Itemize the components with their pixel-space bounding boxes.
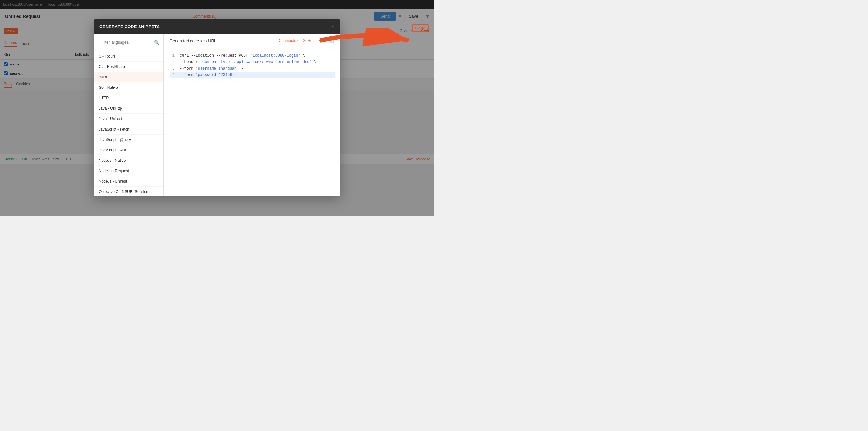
language-filter-input[interactable] xyxy=(97,37,152,48)
code-line-1: 1 curl --location --request POST 'localh… xyxy=(169,53,335,59)
language-list: C - libcurl C# - RestSharp cURL Go - Nat… xyxy=(94,51,163,196)
modal-close-button[interactable]: × xyxy=(331,24,335,29)
line-content-3: --form 'username=zhangsan' \ xyxy=(180,65,335,72)
modal-title: GENERATE CODE SNIPPETS xyxy=(99,24,160,29)
language-search-container: 🔍 xyxy=(94,34,163,51)
lang-item-js-jquery[interactable]: JavaScript - jQuery xyxy=(94,135,163,145)
code-form-password: 'password=123456' xyxy=(195,73,234,77)
code-panel-header: Generated code for cURL Contribute on Gi… xyxy=(164,34,340,48)
lang-item-nodejs-unirest[interactable]: NodeJs - Unirest xyxy=(94,176,163,187)
settings-icon-button[interactable]: ⚙ xyxy=(318,38,324,44)
code-line-4: 4 --form 'password=123456' xyxy=(169,72,335,78)
code-form-flag-1: --form xyxy=(180,66,195,71)
code-panel-actions: Contribute on GitHub ⚙ ⬜ xyxy=(279,38,335,44)
generate-snippets-modal: GENERATE CODE SNIPPETS × 🔍 C - libcurl C… xyxy=(94,19,340,196)
lang-item-js-xhr[interactable]: JavaScript - XHR xyxy=(94,145,163,156)
code-form-flag-2: --form xyxy=(180,73,195,77)
code-url: 'localhost:8080/login' xyxy=(250,54,300,58)
lang-item-java-unirest[interactable]: Java - Unirest xyxy=(94,114,163,124)
line-content-2: --header 'Content-Type: application/x-ww… xyxy=(180,59,335,65)
line-content-1: curl --location --request POST 'localhos… xyxy=(180,53,335,59)
lang-item-csharp[interactable]: C# - RestSharp xyxy=(94,62,163,72)
line-number-1: 1 xyxy=(169,53,175,59)
lang-item-java-okhttp[interactable]: Java - OkHttp xyxy=(94,103,163,114)
lang-item-nodejs-native[interactable]: NodeJs - Native xyxy=(94,156,163,166)
line-number-4: 4 xyxy=(169,72,175,78)
contribute-link[interactable]: Contribute on GitHub xyxy=(279,38,314,43)
modal-overlay: Code GENERATE CODE SNIPPETS × 🔍 C - libc… xyxy=(0,0,434,216)
modal-header: GENERATE CODE SNIPPETS × xyxy=(94,19,340,34)
lang-item-objc[interactable]: Objective-C - NSURLSession xyxy=(94,187,163,196)
code-line-3: 3 --form 'username=zhangsan' \ xyxy=(169,65,335,72)
code-backslash-1: \ xyxy=(301,54,305,58)
line-content-4: --form 'password=123456' xyxy=(180,72,335,78)
code-button-highlight: Code xyxy=(412,24,429,32)
copy-icon-button[interactable]: ⬜ xyxy=(328,38,335,44)
code-panel-title: Generated code for cURL xyxy=(169,38,216,43)
code-content-area: 1 curl --location --request POST 'localh… xyxy=(164,48,340,196)
lang-item-nodejs-request[interactable]: NodeJs - Request xyxy=(94,166,163,176)
lang-item-http[interactable]: HTTP xyxy=(94,93,163,103)
copy-icon: ⬜ xyxy=(329,38,334,43)
lang-item-js-fetch[interactable]: JavaScript - Fetch xyxy=(94,124,163,135)
lang-item-curl[interactable]: cURL xyxy=(94,72,163,82)
lang-item-go-native[interactable]: Go - Native xyxy=(94,82,163,93)
code-header-value: 'Content-Type: application/x-www-form-ur… xyxy=(200,60,312,64)
code-backslash-3: \ xyxy=(239,66,243,71)
code-header-flag: --header xyxy=(180,60,200,64)
language-sidebar: 🔍 C - libcurl C# - RestSharp cURL Go - N… xyxy=(94,34,163,196)
code-backslash-2: \ xyxy=(312,60,316,64)
code-line-2: 2 --header 'Content-Type: application/x-… xyxy=(169,59,335,65)
line-number-2: 2 xyxy=(169,59,175,65)
code-curl-cmd: curl --location --request POST xyxy=(180,54,250,58)
code-button-highlight-label: Code xyxy=(415,26,426,30)
code-form-username: 'username=zhangsan' xyxy=(195,66,239,71)
code-panel: Generated code for cURL Contribute on Gi… xyxy=(164,34,340,196)
search-icon: 🔍 xyxy=(154,40,159,45)
modal-body: 🔍 C - libcurl C# - RestSharp cURL Go - N… xyxy=(94,34,340,196)
lang-item-c-libcurl[interactable]: C - libcurl xyxy=(94,51,163,62)
line-number-3: 3 xyxy=(169,65,175,72)
settings-icon: ⚙ xyxy=(319,38,323,43)
